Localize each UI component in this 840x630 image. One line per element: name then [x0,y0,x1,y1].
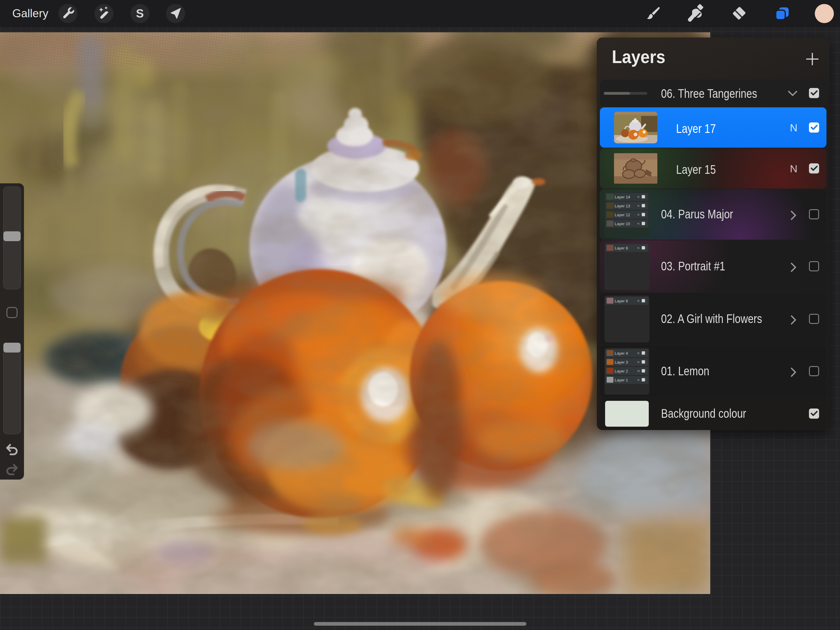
svg-text:S: S [136,7,144,20]
